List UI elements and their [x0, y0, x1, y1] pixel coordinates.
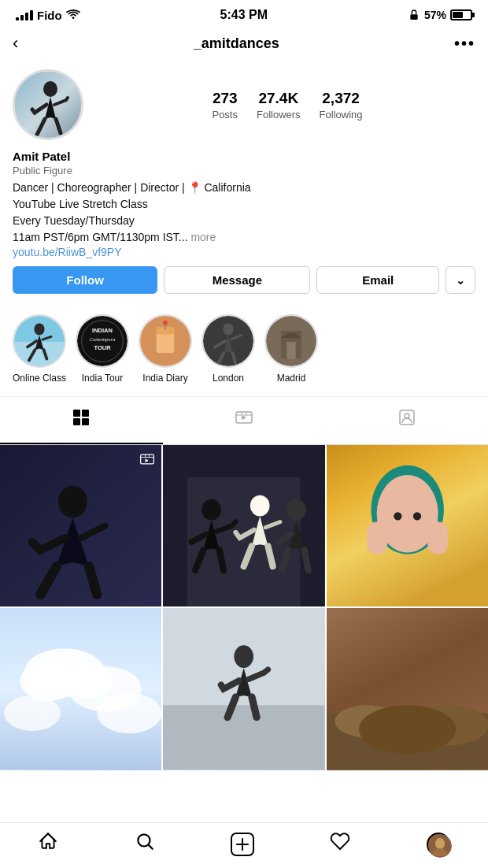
- grid-item-6[interactable]: [327, 608, 488, 770]
- bio-line4: 11am PST/6pm GMT/1130pm IST...: [13, 231, 188, 243]
- svg-rect-36: [141, 454, 154, 464]
- profile-name: Amit Patel: [13, 150, 475, 163]
- signal-bars: [16, 10, 33, 20]
- bio-line2: YouTube Live Stretch Class: [13, 198, 148, 210]
- reels-icon: [235, 408, 253, 432]
- follow-button[interactable]: Follow: [13, 266, 157, 294]
- highlight-madrid[interactable]: Madrid: [264, 314, 318, 384]
- svg-rect-22: [287, 342, 295, 359]
- svg-point-32: [405, 414, 409, 418]
- svg-point-19: [223, 323, 233, 335]
- battery-percent: 57%: [424, 9, 446, 21]
- grid-item-5[interactable]: [163, 608, 324, 770]
- svg-point-58: [4, 696, 61, 731]
- tagged-icon: [397, 408, 416, 432]
- svg-point-4: [43, 81, 57, 97]
- svg-point-42: [202, 499, 222, 521]
- home-button[interactable]: [38, 831, 58, 857]
- signal-bar-4: [30, 10, 33, 20]
- svg-text:TOUR: TOUR: [94, 344, 111, 351]
- stat-posts[interactable]: 273 Posts: [212, 90, 238, 121]
- tab-reels[interactable]: [163, 397, 326, 444]
- svg-text:INDIAN: INDIAN: [92, 327, 113, 334]
- story-highlights: Online Class INDIAN Contempora TOUR Indi…: [0, 314, 488, 397]
- bio-line1: Dancer | Choreographer | Director | 📍 Ca…: [13, 181, 251, 194]
- svg-point-73: [435, 838, 445, 849]
- username-header: _amitdances: [194, 35, 279, 52]
- svg-point-7: [34, 323, 44, 335]
- highlight-circle-online-class: [13, 314, 66, 368]
- svg-line-69: [148, 845, 152, 849]
- stat-followers[interactable]: 27.4K Followers: [257, 90, 301, 121]
- grid-item-3[interactable]: [327, 445, 488, 606]
- svg-text:Contempora: Contempora: [90, 336, 116, 342]
- posts-count: 273: [213, 90, 238, 107]
- grid-icon: [72, 408, 91, 432]
- svg-rect-49: [427, 522, 448, 555]
- tab-grid[interactable]: [0, 397, 163, 444]
- bio-section: Amit Patel Public Figure Dancer | Choreo…: [13, 150, 475, 258]
- svg-rect-60: [163, 706, 324, 770]
- status-time: 5:43 PM: [220, 8, 268, 22]
- grid-item-1[interactable]: [0, 445, 161, 606]
- highlight-online-class[interactable]: Online Class: [13, 314, 66, 384]
- profile-stats: 273 Posts 27.4K Followers 2,372 Followin…: [99, 90, 475, 121]
- activity-button[interactable]: [330, 831, 350, 857]
- highlight-label-india-tour: India Tour: [82, 373, 123, 384]
- profile-section: 273 Posts 27.4K Followers 2,372 Followin…: [0, 60, 488, 314]
- back-button[interactable]: ‹: [13, 33, 18, 54]
- profile-link[interactable]: youtu.be/RiiwB_vf9PY: [13, 246, 475, 258]
- svg-point-0: [72, 17, 74, 19]
- profile-top: 273 Posts 27.4K Followers 2,372 Followin…: [13, 69, 475, 140]
- status-bar: Fido 5:43 PM 57%: [0, 0, 488, 27]
- grid-item-4[interactable]: [0, 608, 161, 770]
- status-right: 57%: [408, 9, 472, 21]
- highlight-india-tour[interactable]: INDIAN Contempora TOUR India Tour: [76, 314, 129, 384]
- action-buttons: Follow Message Email ⌄: [13, 266, 475, 294]
- stat-following[interactable]: 2,372 Following: [320, 90, 363, 121]
- avatar[interactable]: [13, 69, 83, 140]
- highlight-label-madrid: Madrid: [277, 373, 306, 384]
- highlight-circle-london: [201, 314, 255, 368]
- profile-header: ‹ _amitdances •••: [0, 27, 488, 60]
- following-count: 2,372: [322, 90, 360, 107]
- svg-rect-26: [82, 418, 89, 425]
- email-button[interactable]: Email: [316, 266, 439, 294]
- highlight-london[interactable]: London: [201, 314, 255, 384]
- highlight-india-diary[interactable]: India Diary: [139, 314, 192, 384]
- svg-rect-1: [410, 14, 417, 20]
- lock-icon: [408, 9, 420, 21]
- tab-tagged[interactable]: [325, 397, 488, 444]
- battery-icon: [450, 9, 472, 20]
- svg-point-44: [287, 499, 306, 521]
- svg-rect-23: [73, 410, 80, 417]
- bio-more-link[interactable]: more: [190, 231, 216, 243]
- profile-category: Public Figure: [13, 165, 475, 176]
- search-button[interactable]: [135, 831, 155, 857]
- create-button[interactable]: [231, 833, 254, 856]
- more-options-button[interactable]: •••: [454, 35, 475, 53]
- message-button[interactable]: Message: [164, 266, 310, 294]
- followers-label: Followers: [257, 109, 301, 121]
- highlight-circle-india-diary: [139, 314, 192, 368]
- dropdown-button[interactable]: ⌄: [445, 266, 475, 294]
- grid-item-2[interactable]: [163, 445, 324, 606]
- highlight-label-online-class: Online Class: [13, 373, 66, 384]
- svg-point-35: [58, 485, 87, 517]
- svg-point-51: [413, 512, 421, 520]
- reels-badge-1: [139, 451, 155, 471]
- posts-label: Posts: [212, 109, 238, 121]
- wifi-icon: [66, 9, 80, 22]
- profile-button[interactable]: [427, 833, 450, 856]
- bottom-nav: [0, 822, 488, 868]
- svg-rect-25: [73, 418, 80, 425]
- svg-point-57: [97, 693, 161, 733]
- highlight-label-london: London: [213, 373, 244, 384]
- svg-rect-24: [82, 410, 89, 417]
- carrier-label: Fido: [37, 9, 62, 22]
- followers-count: 27.4K: [258, 90, 298, 107]
- status-left: Fido: [16, 9, 80, 22]
- bio-text: Dancer | Choreographer | Director | 📍 Ca…: [13, 180, 475, 246]
- content-tabs: [0, 397, 488, 445]
- svg-point-50: [394, 512, 401, 520]
